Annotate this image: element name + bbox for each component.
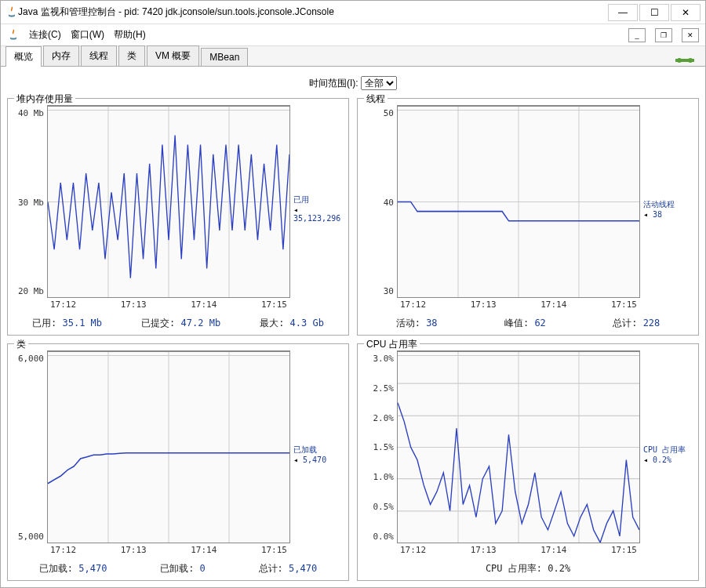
heap-stats: 已用: 35.1 Mb 已提交: 47.2 Mb 最大: 4.3 Gb [8,314,348,335]
tab-classes[interactable]: 类 [118,45,145,66]
tab-overview[interactable]: 概览 [5,46,42,67]
panel-threads: 线程 50 40 30 [357,98,699,336]
classes-yticks: 6,000 5,000 [9,350,47,557]
heap-xticks: 17:1217:13 17:1417:15 [47,298,290,312]
threads-stats: 活动: 38 峰值: 62 总计: 228 [358,314,698,335]
cpu-side-label: CPU 占用率 ◂ 0.2% [640,445,695,464]
panel-threads-title: 线程 [364,93,388,106]
window-title: Java 监视和管理控制台 - pid: 7420 jdk.jconsole/s… [18,5,606,19]
classes-chart [47,350,290,543]
chart-grid: 堆内存使用量 40 Mb 30 Mb 20 Mb [7,98,699,581]
threads-chart [397,105,640,298]
tab-threads[interactable]: 线程 [81,45,117,66]
threads-side-label: 活动线程 ◂ 38 [640,199,695,219]
tab-memory[interactable]: 内存 [43,45,79,66]
content: 时间范围(I): 全部 堆内存使用量 40 Mb 30 Mb 20 Mb [1,67,705,587]
svg-point-2 [688,58,693,63]
classes-side-label: 已加载 ◂ 5,470 [290,445,345,464]
panel-classes-title: 类 [14,338,28,351]
cpu-yticks: 3.0%2.5% 2.0%1.5% 1.0%0.5% 0.0% [359,350,397,557]
tabs: 概览 内存 线程 类 VM 概要 MBean [1,46,705,67]
menu-help[interactable]: 帮助(H) [114,28,146,42]
menu-window[interactable]: 窗口(W) [71,28,104,42]
panel-heap: 堆内存使用量 40 Mb 30 Mb 20 Mb [7,98,349,336]
svg-point-1 [677,58,682,63]
java-icon [5,6,18,19]
minimize-button[interactable]: — [608,4,638,21]
heap-side-label: 已用 ◂ 35,123,296 [290,194,345,223]
heap-chart [47,105,290,298]
cpu-chart [397,350,640,543]
inner-close-button[interactable]: ✕ [682,28,699,42]
threads-xticks: 17:1217:13 17:1417:15 [397,298,640,312]
jconsole-window: Java 监视和管理控制台 - pid: 7420 jdk.jconsole/s… [0,0,706,588]
panel-cpu-title: CPU 占用率 [364,338,420,351]
cpu-stats: CPU 占用率: 0.2% [358,559,698,580]
time-range-select[interactable]: 全部 [361,76,397,90]
maximize-button[interactable]: ☐ [639,4,669,21]
menu-connect[interactable]: 连接(C) [29,28,61,42]
tab-mbean[interactable]: MBean [201,48,248,66]
menubar: 连接(C) 窗口(W) 帮助(H) _ ❐ ✕ [1,24,705,46]
time-range-row: 时间范围(I): 全部 [7,76,699,90]
inner-restore-button[interactable]: ❐ [655,28,672,42]
close-button[interactable]: ✕ [671,4,701,21]
titlebar: Java 监视和管理控制台 - pid: 7420 jdk.jconsole/s… [1,1,705,24]
panel-classes: 类 6,000 5,000 [7,343,349,581]
threads-yticks: 50 40 30 [359,105,397,312]
cpu-xticks: 17:1217:13 17:1417:15 [397,543,640,557]
classes-stats: 已加载: 5,470 已卸载: 0 总计: 5,470 [8,559,348,580]
heap-yticks: 40 Mb 30 Mb 20 Mb [9,105,47,312]
panel-cpu: CPU 占用率 3.0%2.5% 2.0%1.5% 1.0%0.5% 0.0% [357,343,699,581]
connection-status-icon [675,55,694,66]
panel-heap-title: 堆内存使用量 [14,93,75,106]
tab-vm[interactable]: VM 概要 [147,45,199,66]
classes-xticks: 17:1217:13 17:1417:15 [47,543,290,557]
time-range-label: 时间范围(I): [309,78,358,89]
inner-minimize-button[interactable]: _ [628,28,646,42]
java-icon [7,29,20,42]
